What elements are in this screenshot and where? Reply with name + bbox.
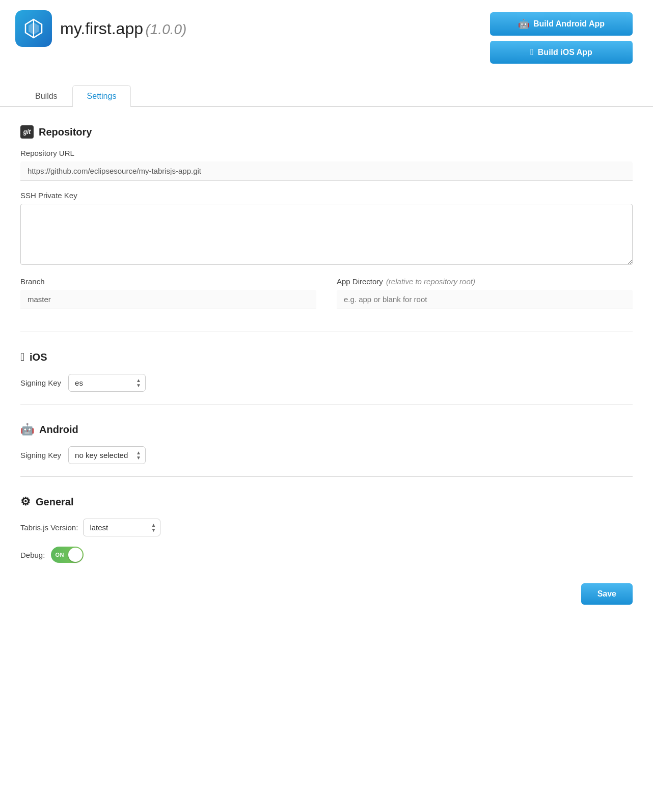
android-section-label: Android [39,424,78,436]
ios-section-header:  iOS [20,350,633,364]
general-section-label: General [36,496,73,508]
android-section-header: 🤖 Android [20,423,633,436]
build-android-button[interactable]: 🤖 Build Android App [490,12,633,36]
tab-settings[interactable]: Settings [72,85,131,107]
build-android-label: Build Android App [533,19,605,29]
android-signing-key-select-wrapper[interactable]: no key selected es ▲ ▼ [68,446,146,464]
divider-general [20,476,633,477]
android-signing-row: Signing Key no key selected es ▲ ▼ [20,446,633,464]
tabris-version-row: Tabris.js Version: latest 3.x 2.x ▲ ▼ [20,519,633,536]
build-ios-button[interactable]:  Build iOS App [490,41,633,64]
app-name: my.first.app [60,19,143,38]
ssh-key-field: SSH Private Key [20,191,633,267]
gear-section-icon: ⚙ [20,495,31,508]
divider-android [20,404,633,404]
ios-button-icon:  [530,47,534,58]
tabris-version-select-wrapper[interactable]: latest 3.x 2.x ▲ ▼ [83,519,160,536]
app-logo [15,10,52,47]
app-dir-input[interactable] [337,290,633,309]
build-buttons-group: 🤖 Build Android App  Build iOS App [490,12,633,64]
tab-builds[interactable]: Builds [20,85,72,107]
tabris-logo-icon [22,17,45,40]
toggle-on-label: ON [55,552,64,558]
android-select-arrows-icon: ▲ ▼ [136,450,141,461]
ios-signing-key-label: Signing Key [20,378,61,387]
ios-signing-key-select[interactable]: es no key selected [73,376,134,389]
app-dir-field: App Directory (relative to repository ro… [337,277,633,309]
tabs: Builds Settings [20,84,633,106]
repository-section-label: Repository [39,126,92,138]
repository-section-header: git Repository [20,125,633,139]
debug-label: Debug: [20,551,45,559]
ios-section-icon:  [20,350,24,364]
ios-select-arrows-icon: ▲ ▼ [136,378,141,388]
save-button[interactable]: Save [581,583,633,605]
android-section-icon: 🤖 [20,423,34,436]
ssh-key-label: SSH Private Key [20,191,633,200]
app-dir-label: App Directory (relative to repository ro… [337,277,633,286]
debug-toggle[interactable]: ON [51,547,84,563]
tabris-version-select[interactable]: latest 3.x 2.x [88,521,149,534]
tabris-version-select-arrows-icon: ▲ ▼ [151,523,156,533]
tabris-version-label: Tabris.js Version: [20,523,78,532]
divider-ios [20,332,633,332]
build-ios-label: Build iOS App [538,48,592,57]
general-section-header: ⚙ General [20,495,633,508]
debug-row: Debug: ON [20,547,633,563]
tabs-container: Builds Settings [0,84,653,107]
repository-url-field: Repository URL [20,149,633,181]
app-name-version: my.first.app (1.0.0) [60,19,186,38]
git-icon: git [20,125,34,139]
main-content: git Repository Repository URL SSH Privat… [0,107,653,635]
ssh-key-textarea[interactable] [20,204,633,265]
repository-url-label: Repository URL [20,149,633,157]
android-signing-key-select[interactable]: no key selected es [73,449,134,462]
branch-field: Branch [20,277,316,309]
ios-signing-row: Signing Key es no key selected ▲ ▼ [20,374,633,392]
app-header: my.first.app (1.0.0) 🤖 Build Android App… [0,0,653,74]
branch-label: Branch [20,277,316,286]
toggle-knob [68,548,83,562]
branch-appdir-row: Branch App Directory (relative to reposi… [20,277,633,319]
app-title-group: my.first.app (1.0.0) [15,10,186,47]
save-button-label: Save [597,589,616,598]
android-button-icon: 🤖 [518,18,529,30]
android-signing-key-label: Signing Key [20,451,61,459]
branch-input[interactable] [20,290,316,309]
save-row: Save [20,583,633,605]
repository-url-input[interactable] [20,161,633,181]
app-version: (1.0.0) [145,21,186,37]
ios-section-label: iOS [30,351,47,363]
ios-signing-key-select-wrapper[interactable]: es no key selected ▲ ▼ [68,374,146,392]
